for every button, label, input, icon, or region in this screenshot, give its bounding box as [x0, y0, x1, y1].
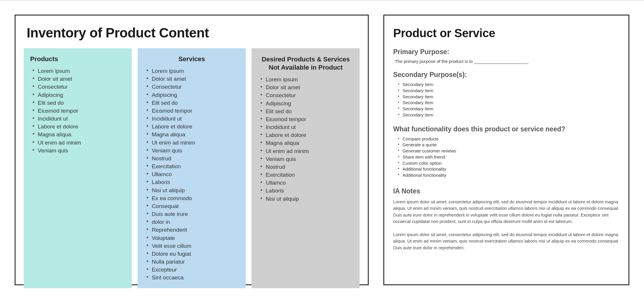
- list-item: Share item with friend: [402, 154, 620, 160]
- services-list: Lorem ipsumDolor sit ametConsecteturAdip…: [144, 67, 240, 282]
- list-item: Magna aliqua: [38, 130, 126, 138]
- list-item: Dolor sit amet: [266, 83, 354, 91]
- secondary-purpose-list: Secondary ItemSecondary ItemSecondary It…: [393, 82, 620, 118]
- secondary-purpose-heading: Secondary Purpose(s):: [393, 71, 620, 79]
- list-item: Adipiscing: [266, 99, 354, 107]
- list-item: Eiusmod tempor: [266, 115, 354, 123]
- list-item: Nostrud: [266, 163, 354, 171]
- list-item: Labore et dolore: [38, 123, 126, 130]
- page-product-service: Product or Service Primary Purpose: The …: [383, 15, 629, 285]
- list-item: Ut enim ad minim: [266, 147, 354, 155]
- list-item: Consectetur: [38, 83, 126, 91]
- list-item: Veniam quis: [152, 147, 240, 154]
- list-item: Ut enim ad minim: [152, 139, 240, 147]
- list-item: Lorem ipsum: [152, 67, 240, 75]
- list-item: Labore et dolore: [266, 131, 354, 139]
- list-item: Exercitation: [266, 171, 354, 179]
- list-item: Laboris: [152, 178, 240, 186]
- list-item: Elit sed do: [266, 107, 354, 115]
- list-item: Nisi ut aliquip: [152, 186, 240, 194]
- column-products: Products Lorem ipsumDolor sit ametConsec…: [24, 48, 132, 288]
- inventory-columns: Products Lorem ipsumDolor sit ametConsec…: [24, 48, 360, 288]
- list-item: Secondary Item: [402, 106, 620, 112]
- column-services: Services Lorem ipsumDolor sit ametConsec…: [138, 48, 246, 288]
- list-item: Consectetur: [152, 83, 240, 91]
- list-item: Generate a quote: [402, 142, 620, 148]
- list-item: Consequat: [152, 202, 240, 210]
- column-services-title: Services: [144, 55, 240, 63]
- list-item: Nulla pariatur: [152, 258, 240, 266]
- list-item: Exercitation: [152, 162, 240, 170]
- list-item: Reprehenderit: [152, 226, 240, 234]
- list-item: Nostrud: [152, 154, 240, 162]
- product-service-title: Product or Service: [393, 27, 620, 40]
- column-desired-title: Desired Products & Services Not Availabl…: [257, 55, 354, 71]
- list-item: Secondary Item: [402, 82, 620, 88]
- list-item: Additional functionality: [402, 166, 620, 172]
- ia-notes-paragraph-2: Lorem ipsum dolor sit amet, consectetur …: [393, 231, 620, 251]
- products-list: Lorem ipsumDolor sit ametConsecteturAdip…: [30, 67, 126, 154]
- list-item: Ex ea commodo: [152, 194, 240, 202]
- list-item: Ullamco: [266, 179, 354, 187]
- list-item: Labore et dolore: [152, 123, 240, 130]
- list-item: Secondary Item: [402, 112, 620, 118]
- list-item: Sint occaeca: [152, 274, 240, 281]
- column-desired: Desired Products & Services Not Availabl…: [252, 48, 360, 288]
- list-item: Consectetur: [266, 91, 354, 99]
- list-item: Magna aliqua: [152, 130, 240, 138]
- ia-notes-paragraph-1: Lorem ipsum dolor sit amet, consectetur …: [393, 199, 620, 225]
- list-item: Additional functionality: [402, 172, 620, 178]
- list-item: Adipiscing: [152, 91, 240, 99]
- list-item: Elit sed do: [152, 99, 240, 107]
- list-item: Voluptate: [152, 234, 240, 242]
- primary-purpose-heading: Primary Purpose:: [393, 48, 620, 56]
- list-item: Secondary Item: [402, 100, 620, 106]
- list-item: Elit sed do: [38, 99, 126, 107]
- functionality-list: Compare productsGenerate a quoteGenerate…: [393, 136, 620, 178]
- list-item: Eiusmod tempor: [152, 107, 240, 115]
- list-item: Nisi ut aliquip: [266, 195, 354, 203]
- list-item: Custom color option: [402, 160, 620, 166]
- functionality-heading: What functionality does this product or …: [393, 125, 620, 133]
- page-inventory: Inventory of Product Content Products Lo…: [15, 15, 369, 285]
- list-item: Dolor sit amet: [152, 75, 240, 83]
- list-item: Duis aute irure: [152, 210, 240, 218]
- list-item: Magna aliqua: [266, 139, 354, 147]
- list-item: Veniam quis: [266, 155, 354, 163]
- document-canvas: Inventory of Product Content Products Lo…: [0, 0, 644, 299]
- list-item: Lorem ipsum: [38, 67, 126, 75]
- ia-notes-heading: IA Notes: [393, 187, 620, 195]
- list-item: dolor in: [152, 218, 240, 226]
- list-item: Incididunt ut: [38, 115, 126, 123]
- primary-purpose-text: The primary purpose of the product is to…: [395, 59, 620, 64]
- list-item: Ut enim ad minim: [38, 139, 126, 147]
- desired-list: Lorem ipsumDolor sit ametConsecteturAdip…: [257, 75, 354, 203]
- list-item: Eiusmod tempor: [38, 107, 126, 115]
- list-item: Incididunt ut: [266, 123, 354, 131]
- list-item: Dolor sit amet: [38, 75, 126, 83]
- list-item: Lorem ipsum: [266, 75, 354, 83]
- list-item: Veniam quis: [38, 147, 126, 154]
- list-item: Laboris: [266, 187, 354, 195]
- list-item: Velit esse cillum: [152, 242, 240, 250]
- inventory-title: Inventory of Product Content: [27, 25, 360, 41]
- list-item: Secondary Item: [402, 88, 620, 94]
- column-products-title: Products: [30, 55, 126, 63]
- list-item: Secondary Item: [402, 94, 620, 100]
- list-item: Generate customer reviews: [402, 148, 620, 154]
- list-item: Ullamco: [152, 170, 240, 178]
- list-item: Adipiscing: [38, 91, 126, 99]
- list-item: Dolore eu fugiat: [152, 250, 240, 258]
- list-item: Excepteur: [152, 266, 240, 274]
- list-item: Incididunt ut: [152, 115, 240, 123]
- list-item: Compare products: [402, 136, 620, 142]
